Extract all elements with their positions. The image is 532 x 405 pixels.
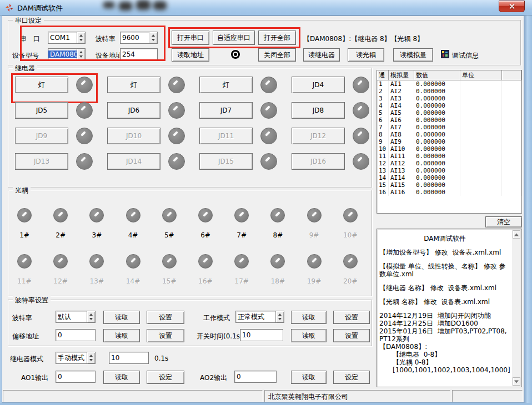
offset-read-button[interactable]: 读取 [103,329,140,342]
model-value: DAM0808 [48,50,77,58]
analog-row-9[interactable]: 9AI90.000000 [377,138,521,145]
analog-cell: 0.000000 [414,160,460,167]
open-all-button[interactable]: 打开全部 [258,31,296,45]
read-analog-button[interactable]: 读模拟量 [393,48,433,62]
baud-read-button[interactable]: 读取 [103,311,140,324]
dropdown-arrow-icon[interactable] [77,32,85,43]
analog-cell [502,88,521,95]
dropdown-arrow-icon[interactable] [275,311,284,322]
opto-lamp-12-icon [53,254,68,269]
analog-col-header-1[interactable]: 通 [377,70,389,80]
work-mode-set-button[interactable]: 设置 [333,311,370,324]
analog-table[interactable]: 通模拟量数值单位 1AI10.0000002AI20.0000003AI30.0… [377,70,522,214]
ao1-set-button[interactable]: 设定 [147,371,184,384]
analog-cell: 3 [377,95,389,102]
relay-lamp-6-icon [168,102,185,119]
relay-button-8[interactable]: JD8 [292,102,345,119]
opto-lamp-10-icon [343,208,358,222]
work-mode-value: 正常模式 [236,312,275,322]
baud-select[interactable]: 9600 [120,32,158,44]
work-mode-select[interactable]: 正常模式 [235,311,284,323]
relay-button-4[interactable]: JD4 [292,77,345,93]
offset-addr-input[interactable] [56,329,96,341]
close-button[interactable] [499,1,525,12]
relay-mode-select[interactable]: 手动模式 [56,352,96,364]
analog-row-5[interactable]: 5AI50.000000 [377,109,521,117]
analog-cell: 7 [377,124,389,131]
analog-col-header-2[interactable]: 模拟量 [389,70,414,80]
dropdown-arrow-icon[interactable] [87,311,95,322]
close-all-button[interactable]: 关闭全部 [258,48,296,62]
analog-cell [460,189,502,196]
device-address-input[interactable] [120,48,158,60]
analog-row-8[interactable]: 8AI80.000000 [377,131,521,138]
analog-cell: 1 [377,80,389,88]
analog-col-header-3[interactable]: 数值 [414,70,460,80]
dropdown-arrow-icon[interactable] [77,49,85,60]
analog-row-13[interactable]: 13AI130.000000 [377,167,521,174]
analog-row-14[interactable]: 14AI140.000000 [377,174,521,181]
switch-set-button[interactable]: 设置 [333,329,370,342]
analog-cell [460,153,502,160]
analog-row-11[interactable]: 11AI110.000000 [377,153,521,160]
open-serial-button[interactable]: 打开串口 [172,31,209,45]
read-relay-button[interactable]: 读继电器 [303,48,340,62]
info-scrollbar[interactable] [512,230,521,386]
analog-row-2[interactable]: 2AI20.000000 [377,88,521,95]
scroll-up-icon[interactable] [513,230,520,239]
read-address-button[interactable]: 读取地址 [172,48,209,62]
statusbar-company: 北京聚英翱翔电子有限公司 [264,390,450,402]
analog-cell: 0.000000 [414,109,460,117]
analog-row-12[interactable]: 12AI120.000000 [377,160,521,167]
analog-cell [502,102,521,109]
analog-row-10[interactable]: 10AI100.000000 [377,145,521,153]
analog-row-6[interactable]: 6AI60.000000 [377,117,521,124]
relay-button-7[interactable]: JD7 [199,102,253,119]
ao2-input[interactable] [234,371,277,383]
dropdown-arrow-icon[interactable] [87,352,95,363]
analog-row-1[interactable]: 1AI10.000000 [377,80,521,88]
switch-time-input[interactable] [240,329,283,341]
baud-setting-select[interactable]: 默认 [56,311,96,323]
opto-lamp-2-icon [53,208,68,222]
port-select[interactable]: COM1 [48,32,86,44]
opto-label-16: 16# [190,277,221,285]
baud-set-button[interactable]: 设置 [147,311,184,324]
adaptive-serial-button[interactable]: 自适应串口 [213,31,255,45]
relay-button-1[interactable]: 灯 [15,77,68,93]
relay-mode-time-input[interactable] [109,352,149,364]
work-mode-read-button[interactable]: 读取 [291,311,327,324]
relay-button-6[interactable]: JD6 [107,102,160,119]
analog-row-3[interactable]: 3AI30.000000 [377,95,521,102]
ao1-read-button[interactable]: 读取 [103,371,140,384]
analog-cell [502,131,521,138]
opto-lamp-15-icon [162,254,177,269]
analog-col-header-5[interactable] [502,70,521,80]
analog-cell: 0.000000 [414,80,460,88]
opto-group-title: 光耦 [13,186,31,195]
analog-row-7[interactable]: 7AI70.000000 [377,124,521,131]
analog-col-header-4[interactable]: 单位 [460,70,502,80]
scroll-down-icon[interactable] [513,377,520,386]
relay-button-3[interactable]: 灯 [199,77,253,93]
ao1-input[interactable] [56,371,96,383]
clear-button[interactable]: 清空 [485,216,522,227]
relay-button-10: JD10 [107,128,160,144]
analog-cell: 2 [377,88,389,95]
dropdown-arrow-icon[interactable] [149,32,157,43]
model-select[interactable]: DAM0808 [48,48,86,60]
offset-set-button[interactable]: 设置 [147,329,184,342]
opto-lamp-7-icon [234,208,249,222]
analog-row-4[interactable]: 4AI40.000000 [377,102,521,109]
ao2-read-button[interactable]: 读取 [291,371,327,384]
ao2-set-button[interactable]: 设定 [333,371,370,384]
read-opto-button[interactable]: 读光耦 [348,48,384,62]
relay-button-2[interactable]: 灯 [107,77,160,93]
relay-button-5[interactable]: JD5 [15,102,68,119]
analog-cell: 16 [377,189,389,196]
analog-cell [460,145,502,153]
relay-group: 继电器 灯灯灯JD4JD5JD6JD7JD8JD9JD10JD11JD12JD1… [8,68,372,188]
switch-read-button[interactable]: 读取 [291,329,327,342]
analog-row-16[interactable]: 16AI160.000000 [377,189,521,196]
analog-row-15[interactable]: 15AI150.000000 [377,181,521,189]
